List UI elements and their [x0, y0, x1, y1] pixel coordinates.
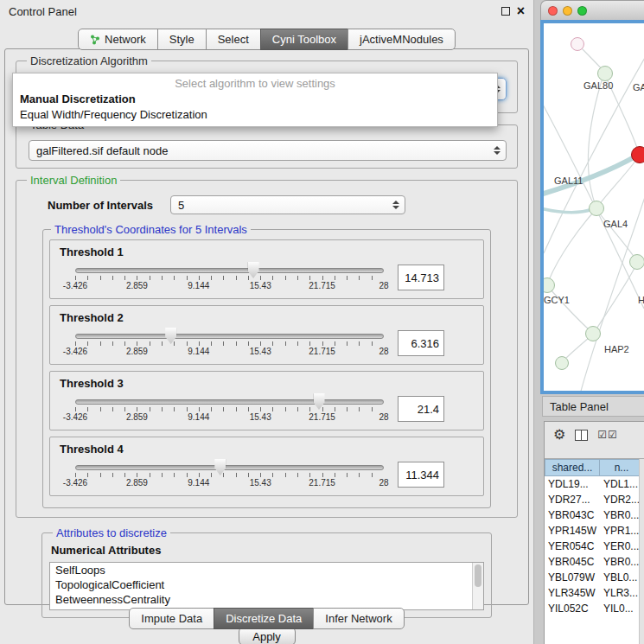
- table-scrollbar[interactable]: [639, 459, 644, 644]
- threshold-3-value-field[interactable]: 21.4: [398, 396, 444, 422]
- number-of-intervals-select[interactable]: 5: [170, 195, 405, 214]
- table-data-select[interactable]: galFiltered.sif default node: [29, 140, 507, 161]
- node-label: GCY1: [544, 295, 570, 305]
- list-scrollbar[interactable]: [472, 563, 483, 609]
- list-item[interactable]: BetweennessCentrality: [50, 592, 483, 607]
- slider-track[interactable]: [75, 465, 384, 470]
- table-row[interactable]: YLR345WYLR3...: [545, 585, 644, 601]
- network-node[interactable]: [555, 356, 569, 370]
- network-node[interactable]: [631, 146, 644, 163]
- float-window-icon[interactable]: [501, 7, 510, 16]
- network-canvas[interactable]: GAL80GAGAL11GAL4GCY1HHAP2: [540, 20, 644, 394]
- threshold-4-value-field[interactable]: 11.344: [398, 462, 444, 488]
- table-cell: YBR0...: [600, 509, 644, 521]
- combo-arrows-icon: [494, 146, 501, 155]
- table-row[interactable]: YIL052CYIL0...: [545, 601, 644, 616]
- threshold-4-label: Threshold 4: [60, 443, 475, 456]
- slider-ticks: [75, 341, 384, 346]
- table-cell: YPR145W: [545, 525, 600, 537]
- threshold-3-panel: Threshold 3 -3.4262.8599.14415.4321.7152…: [49, 371, 484, 430]
- zoom-traffic-light-icon[interactable]: [577, 6, 587, 16]
- table-toolbar: ⚙ ☑☑: [545, 422, 644, 448]
- scale-label: 15.43: [250, 478, 271, 488]
- table-cell: YDL19...: [545, 478, 600, 490]
- table-row[interactable]: YBR045CYBR0...: [545, 554, 644, 570]
- threshold-1-value-field[interactable]: 14.713: [398, 265, 444, 290]
- scale-label: 28: [379, 478, 388, 488]
- window-title: Control Panel: [9, 5, 77, 18]
- threshold-3-label: Threshold 3: [60, 377, 475, 390]
- node-label: GA: [633, 82, 644, 92]
- table-row[interactable]: YDR27...YDR2...: [545, 492, 644, 507]
- numerical-attributes-list[interactable]: SelfLoopsTopologicalCoefficientBetweenne…: [49, 562, 484, 610]
- tab-impute-data[interactable]: Impute Data: [129, 608, 214, 629]
- gear-icon[interactable]: ⚙: [553, 428, 565, 442]
- scale-label: 15.43: [250, 412, 271, 422]
- table-cell: YLR345W: [545, 587, 600, 599]
- close-icon[interactable]: ×: [517, 7, 525, 16]
- close-traffic-light-icon[interactable]: [548, 6, 558, 16]
- table-row[interactable]: YDL19...YDL1...: [545, 476, 644, 492]
- scrollbar-thumb[interactable]: [475, 564, 481, 587]
- table-row[interactable]: YBR043CYBR0...: [545, 507, 644, 523]
- attributes-group-title: Attributes to discretize: [53, 526, 170, 539]
- network-node[interactable]: [597, 66, 613, 81]
- column-header-name[interactable]: n...: [600, 459, 644, 476]
- node-label: GAL4: [603, 219, 628, 229]
- tab-cyni-toolbox[interactable]: Cyni Toolbox: [260, 29, 348, 50]
- threshold-4-slider[interactable]: -3.4262.8599.14415.4321.71528: [75, 458, 384, 491]
- threshold-2-label: Threshold 2: [60, 311, 475, 324]
- slider-scale: -3.4262.8599.14415.4321.71528: [75, 412, 384, 423]
- columns-icon[interactable]: [575, 430, 588, 441]
- algorithm-dropdown-popup: Select algorithm to view settings Manual…: [12, 73, 498, 127]
- slider-track[interactable]: [75, 268, 384, 273]
- threshold-1-slider[interactable]: -3.4262.8599.14415.4321.71528: [75, 261, 384, 294]
- table-cell: YBR0...: [600, 556, 644, 568]
- tab-network[interactable]: Network: [78, 29, 158, 50]
- table-cell: YPR1...: [600, 525, 644, 537]
- scale-label: -3.426: [63, 281, 87, 290]
- list-item[interactable]: SelfLoops: [50, 563, 483, 577]
- network-window-titlebar: [540, 0, 644, 20]
- threshold-2-slider[interactable]: -3.4262.8599.14415.4321.71528: [75, 327, 384, 360]
- slider-track[interactable]: [75, 399, 384, 405]
- table-cell: YER0...: [600, 540, 644, 552]
- table-cell: YLR3...: [600, 587, 644, 599]
- scale-label: 28: [379, 347, 388, 356]
- control-panel-window: Control Panel × NetworkStyleSelectCyni T…: [0, 0, 534, 644]
- slider-ticks: [75, 276, 384, 280]
- popup-item-equal-width-frequency[interactable]: Equal Width/Frequency Discretization: [13, 107, 497, 123]
- table-row[interactable]: YER054CYER0...: [545, 539, 644, 554]
- tab-select[interactable]: Select: [206, 29, 261, 50]
- network-node[interactable]: [629, 254, 644, 270]
- tab-infer-network[interactable]: Infer Network: [313, 608, 404, 629]
- tab-jactivemnodules[interactable]: jActiveMNodules: [348, 29, 456, 50]
- tab-discretize-data[interactable]: Discretize Data: [214, 608, 314, 629]
- attributes-to-discretize-group: Attributes to discretize Numerical Attri…: [41, 526, 492, 618]
- scale-label: 9.144: [188, 281, 209, 290]
- network-node[interactable]: [589, 201, 604, 216]
- scale-label: 9.144: [188, 347, 209, 356]
- threshold-1-label: Threshold 1: [60, 245, 475, 258]
- scale-label: 9.144: [188, 478, 209, 488]
- select-columns-checkboxes-icon[interactable]: ☑☑: [597, 429, 618, 441]
- tab-style[interactable]: Style: [157, 29, 207, 50]
- slider-track[interactable]: [75, 334, 384, 339]
- table-row[interactable]: YBL079WYBL0...: [545, 570, 644, 585]
- minimize-traffic-light-icon[interactable]: [563, 6, 572, 16]
- number-of-intervals-value: 5: [178, 199, 184, 212]
- scale-label: 28: [379, 281, 388, 290]
- list-item[interactable]: TopologicalCoefficient: [50, 577, 483, 592]
- apply-button[interactable]: Apply: [239, 627, 296, 644]
- network-node[interactable]: [585, 326, 601, 341]
- popup-item-manual-discretization[interactable]: Manual Discretization: [13, 92, 497, 107]
- threshold-2-value-field[interactable]: 6.316: [398, 330, 444, 356]
- network-node[interactable]: [571, 37, 584, 51]
- node-label: GAL11: [554, 175, 583, 186]
- table-row[interactable]: YPR145WYPR1...: [545, 523, 644, 539]
- slider-scale: -3.4262.8599.14415.4321.71528: [75, 281, 384, 291]
- threshold-3-slider[interactable]: -3.4262.8599.14415.4321.71528: [75, 392, 384, 425]
- table-panel-window: ⚙ ☑☑ shared... n... YDL19...YDL1...YDR27…: [544, 421, 644, 644]
- table-cell: YDR2...: [600, 494, 644, 506]
- column-header-shared[interactable]: shared...: [545, 459, 600, 476]
